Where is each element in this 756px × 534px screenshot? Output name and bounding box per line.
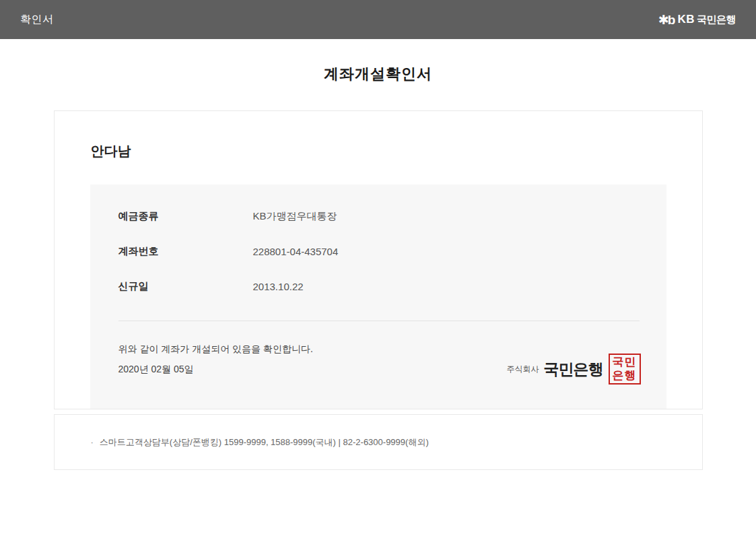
field-value: KB가맹점우대통장 (253, 210, 337, 223)
seal-text-line2: 은행 (613, 369, 637, 382)
page-title: 확인서 (20, 13, 54, 27)
kb-logo-bank-text: 국민은행 (697, 13, 736, 26)
bank-seal-stamp-icon: 국민 은행 (609, 354, 641, 385)
kb-logo-kb-text: KB (677, 13, 695, 26)
header-bar: 확인서 ✱b KB 국민은행 (0, 0, 756, 39)
field-label: 계좌번호 (118, 245, 253, 258)
kb-star-icon: ✱b (658, 12, 675, 28)
footer-card: · 스마트고객상담부(상담/폰뱅킹) 1599-9999, 1588-9999(… (54, 414, 703, 470)
bullet-icon: · (91, 437, 94, 447)
certificate-card: 안다남 예금종류 KB가맹점우대통장 계좌번호 228801-04-435704… (54, 110, 703, 409)
account-info-panel: 예금종류 KB가맹점우대통장 계좌번호 228801-04-435704 신규일… (90, 185, 666, 409)
issue-date: 2020년 02월 05일 (118, 363, 313, 375)
seal-text-line1: 국민 (613, 356, 637, 369)
company-name: 국민은행 (544, 359, 603, 380)
confirmation-section: 위와 같이 계좌가 개설되어 있음을 확인합니다. 2020년 02월 05일 … (90, 321, 666, 385)
company-prefix: 주식회사 (507, 364, 539, 375)
customer-name: 안다남 (55, 111, 702, 159)
footer-note-text: 스마트고객상담부(상담/폰뱅킹) 1599-9999, 1588-9999(국내… (100, 436, 429, 448)
confirmation-text-block: 위와 같이 계좌가 개설되어 있음을 확인합니다. 2020년 02월 05일 (118, 343, 313, 375)
field-label: 예금종류 (118, 210, 253, 223)
document-title: 계좌개설확인서 (0, 64, 756, 84)
field-value: 2013.10.22 (253, 281, 304, 292)
field-row-account-number: 계좌번호 228801-04-435704 (90, 234, 666, 269)
kb-bank-logo: ✱b KB 국민은행 (658, 12, 736, 28)
field-row-deposit-type: 예금종류 KB가맹점우대통장 (90, 199, 666, 234)
field-label: 신규일 (118, 280, 253, 293)
field-value: 228801-04-435704 (253, 246, 339, 257)
bank-signature: 주식회사 국민은행 국민 은행 (507, 354, 641, 385)
footer-note: · 스마트고객상담부(상담/폰뱅킹) 1599-9999, 1588-9999(… (91, 436, 429, 448)
confirmation-text: 위와 같이 계좌가 개설되어 있음을 확인합니다. (118, 343, 313, 355)
content-area: 안다남 예금종류 KB가맹점우대통장 계좌번호 228801-04-435704… (54, 110, 703, 470)
field-row-open-date: 신규일 2013.10.22 (90, 269, 666, 304)
